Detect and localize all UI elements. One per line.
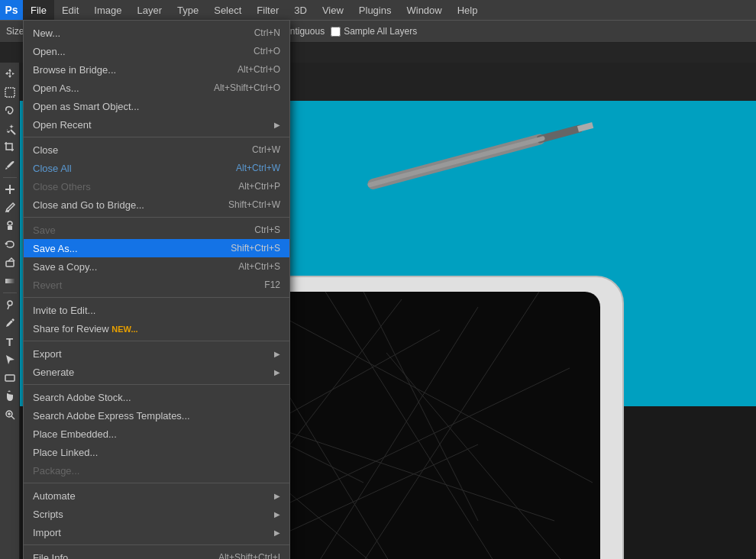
- menu-item-save[interactable]: Save Ctrl+S: [24, 221, 289, 239]
- generate-arrow: ▶: [274, 368, 280, 376]
- menu-item-save-shortcut: Ctrl+S: [254, 225, 280, 235]
- menu-item-browse[interactable]: Browse in Bridge... Alt+Ctrl+O: [24, 60, 289, 79]
- menu-item-open-as-label: Open As...: [33, 82, 214, 94]
- menu-item-import[interactable]: Import ▶: [24, 523, 289, 541]
- menu-item-close-bridge[interactable]: Close and Go to Bridge... Shift+Ctrl+W: [24, 195, 289, 214]
- menu-item-place-embedded-label: Place Embedded...: [33, 428, 280, 440]
- menu-group-7: Automate ▶ Scripts ▶ Import ▶: [24, 483, 289, 545]
- menu-item-close-all-label: Close All: [33, 163, 236, 174]
- menu-item-close-shortcut: Ctrl+W: [252, 144, 280, 155]
- menu-item-save-as-label: Save As...: [33, 243, 231, 254]
- menu-item-automate[interactable]: Automate ▶: [24, 486, 289, 505]
- menu-item-export-label: Export: [33, 348, 271, 360]
- menu-item-open-smart-label: Open as Smart Object...: [33, 101, 280, 112]
- menu-item-file-info-label: File Info...: [33, 552, 218, 560]
- menu-item-automate-label: Automate: [33, 490, 271, 502]
- menu-item-close-others-shortcut: Alt+Ctrl+P: [238, 181, 280, 192]
- menu-item-package[interactable]: Package...: [24, 461, 289, 480]
- menu-item-save-copy-shortcut: Alt+Ctrl+S: [238, 261, 280, 272]
- menu-item-search-stock-label: Search Adobe Stock...: [33, 392, 280, 403]
- menu-group-6: Search Adobe Stock... Search Adobe Expre…: [24, 385, 289, 483]
- export-arrow: ▶: [274, 350, 280, 358]
- menu-item-browse-label: Browse in Bridge...: [33, 64, 237, 76]
- menu-item-place-linked[interactable]: Place Linked...: [24, 443, 289, 461]
- menu-item-generate[interactable]: Generate ▶: [24, 363, 289, 381]
- menu-item-open-recent-label: Open Recent: [33, 119, 271, 131]
- menu-item-open[interactable]: Open... Ctrl+O: [24, 42, 289, 60]
- menu-item-save-as-shortcut: Shift+Ctrl+S: [231, 243, 280, 254]
- menu-item-close-bridge-label: Close and Go to Bridge...: [33, 199, 228, 211]
- menu-item-close-label: Close: [33, 144, 252, 156]
- menu-item-save-as[interactable]: Save As... Shift+Ctrl+S: [24, 239, 289, 257]
- import-arrow: ▶: [274, 528, 280, 537]
- menu-item-new-shortcut: Ctrl+N: [254, 27, 280, 38]
- menu-item-close-all-shortcut: Alt+Ctrl+W: [236, 163, 280, 173]
- menu-item-revert[interactable]: Revert F12: [24, 276, 289, 294]
- open-recent-arrow: ▶: [274, 121, 280, 129]
- menu-item-search-stock[interactable]: Search Adobe Stock...: [24, 388, 289, 406]
- menu-item-new[interactable]: New... Ctrl+N: [24, 24, 289, 42]
- menu-item-file-info-shortcut: Alt+Shift+Ctrl+I: [218, 552, 280, 559]
- menu-item-scripts[interactable]: Scripts ▶: [24, 505, 289, 523]
- menu-item-new-label: New...: [33, 27, 254, 39]
- menu-group-1: New... Ctrl+N Open... Ctrl+O Browse in B…: [24, 21, 289, 137]
- scripts-arrow: ▶: [274, 510, 280, 519]
- menu-item-share-review[interactable]: Share for Review NEW...: [24, 319, 289, 338]
- dropdown-overlay: New... Ctrl+N Open... Ctrl+O Browse in B…: [0, 0, 756, 559]
- menu-item-close-others-label: Close Others: [33, 181, 238, 192]
- menu-item-search-express-label: Search Adobe Express Templates...: [33, 410, 280, 422]
- menu-item-search-express[interactable]: Search Adobe Express Templates...: [24, 406, 289, 425]
- menu-item-save-copy[interactable]: Save a Copy... Alt+Ctrl+S: [24, 257, 289, 276]
- menu-item-open-label: Open...: [33, 46, 254, 57]
- menu-item-close-bridge-shortcut: Shift+Ctrl+W: [228, 199, 280, 210]
- menu-item-save-label: Save: [33, 225, 254, 236]
- menu-group-2: Close Ctrl+W Close All Alt+Ctrl+W Close …: [24, 137, 289, 218]
- menu-group-3: Save Ctrl+S Save As... Shift+Ctrl+S Save…: [24, 218, 289, 298]
- menu-item-package-label: Package...: [33, 465, 280, 477]
- file-menu-dropdown: New... Ctrl+N Open... Ctrl+O Browse in B…: [23, 20, 290, 559]
- menu-item-import-label: Import: [33, 527, 271, 538]
- menu-item-invite[interactable]: Invite to Edit...: [24, 301, 289, 319]
- menu-item-file-info[interactable]: File Info... Alt+Shift+Ctrl+I: [24, 548, 289, 559]
- menu-item-save-copy-label: Save a Copy...: [33, 261, 238, 273]
- menu-item-place-embedded[interactable]: Place Embedded...: [24, 425, 289, 443]
- menu-item-open-as[interactable]: Open As... Alt+Shift+Ctrl+O: [24, 79, 289, 97]
- menu-item-close[interactable]: Close Ctrl+W: [24, 141, 289, 159]
- menu-item-revert-label: Revert: [33, 280, 264, 291]
- menu-item-revert-shortcut: F12: [264, 280, 280, 290]
- menu-item-open-shortcut: Ctrl+O: [254, 46, 280, 57]
- menu-item-close-all[interactable]: Close All Alt+Ctrl+W: [24, 159, 289, 177]
- menu-item-close-others[interactable]: Close Others Alt+Ctrl+P: [24, 177, 289, 195]
- menu-item-export[interactable]: Export ▶: [24, 344, 289, 363]
- menu-group-4: Invite to Edit... Share for Review NEW..…: [24, 298, 289, 341]
- menu-item-open-recent[interactable]: Open Recent ▶: [24, 115, 289, 134]
- menu-item-share-review-label: Share for Review NEW...: [33, 323, 280, 334]
- menu-item-open-as-shortcut: Alt+Shift+Ctrl+O: [214, 82, 280, 93]
- menu-group-8: File Info... Alt+Shift+Ctrl+I Version Hi…: [24, 545, 289, 559]
- menu-item-scripts-label: Scripts: [33, 509, 271, 520]
- menu-item-place-linked-label: Place Linked...: [33, 447, 280, 458]
- automate-arrow: ▶: [274, 492, 280, 500]
- menu-item-generate-label: Generate: [33, 367, 271, 378]
- menu-item-browse-shortcut: Alt+Ctrl+O: [237, 64, 280, 75]
- menu-group-5: Export ▶ Generate ▶: [24, 341, 289, 385]
- menu-item-invite-label: Invite to Edit...: [33, 305, 280, 316]
- menu-item-open-smart[interactable]: Open as Smart Object...: [24, 97, 289, 115]
